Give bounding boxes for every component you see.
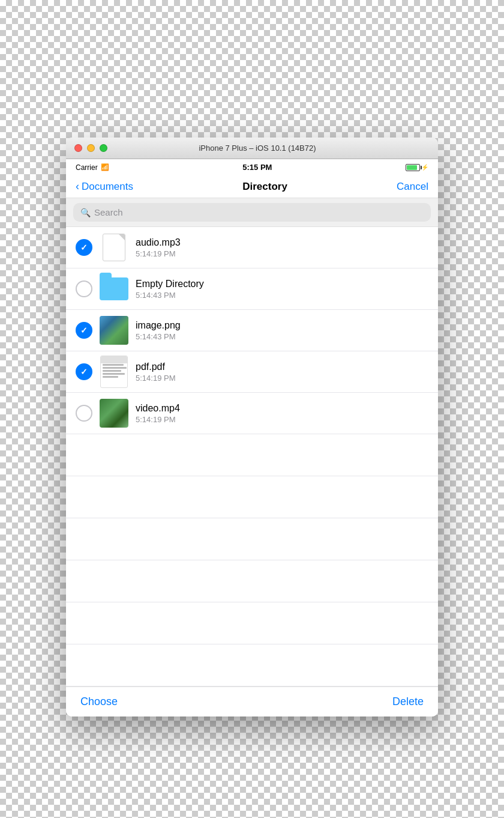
list-item[interactable]: ✓ pdf.pdf 5:14:1 (66, 351, 438, 393)
image-thumb-visual (100, 316, 128, 345)
chevron-left-icon: ‹ (76, 180, 79, 193)
video-file-icon (100, 399, 128, 428)
iphone-frame: Carrier 📶 5:15 PM ⚡ ‹ Docume (66, 159, 438, 717)
back-button[interactable]: ‹ Documents (76, 180, 133, 193)
wifi-icon: 📶 (101, 163, 109, 171)
image-file-icon (100, 316, 128, 345)
video-file-name: video.mp4 (136, 403, 428, 414)
list-item[interactable]: Empty Directory 5:14:43 PM (66, 268, 438, 310)
list-item[interactable]: video.mp4 5:14:19 PM (66, 393, 438, 434)
title-bar: iPhone 7 Plus – iOS 10.1 (14B72) (66, 138, 438, 159)
pdf-line (103, 373, 125, 375)
audio-file-icon (100, 233, 128, 262)
list-item[interactable]: ✓ audio.mp3 5:14:19 PM (66, 227, 438, 268)
audio-file-info: audio.mp3 5:14:19 PM (136, 237, 428, 258)
search-input-wrap[interactable]: 🔍 Search (73, 203, 431, 222)
folder-file-info: Empty Directory 5:14:43 PM (136, 279, 428, 300)
checkbox-audio[interactable]: ✓ (76, 239, 92, 256)
empty-row (66, 560, 438, 602)
image-file-time: 5:14:43 PM (136, 332, 428, 341)
battery-bar (406, 164, 420, 171)
carrier-label: Carrier (76, 163, 98, 172)
video-file-info: video.mp4 5:14:19 PM (136, 403, 428, 424)
pdf-file-info: pdf.pdf 5:14:19 PM (136, 362, 428, 383)
checkmark-icon: ✓ (80, 326, 88, 335)
image-file-info: image.png 5:14:43 PM (136, 320, 428, 341)
battery-fill (407, 165, 417, 170)
checkbox-pdf[interactable]: ✓ (76, 363, 92, 380)
video-file-time: 5:14:19 PM (136, 415, 428, 424)
video-thumbnail (100, 399, 128, 428)
folder-time: 5:14:43 PM (136, 291, 428, 300)
folder-icon (100, 277, 128, 300)
nav-title: Directory (242, 181, 287, 193)
bottom-toolbar: Choose Delete (66, 686, 438, 717)
empty-row (66, 434, 438, 476)
delete-button[interactable]: Delete (392, 695, 424, 708)
file-list: ✓ audio.mp3 5:14:19 PM (66, 227, 438, 686)
back-label: Documents (82, 181, 133, 193)
image-file-name: image.png (136, 320, 428, 331)
audio-file-time: 5:14:19 PM (136, 249, 428, 258)
checkbox-folder[interactable] (76, 280, 92, 297)
checkmark-icon: ✓ (80, 368, 88, 376)
folder-icon-wrap (100, 274, 128, 303)
empty-row (66, 518, 438, 560)
pdf-thumbnail (100, 356, 128, 388)
pdf-line (103, 370, 121, 372)
pdf-file-name: pdf.pdf (136, 362, 428, 372)
list-item[interactable]: ✓ image.png 5:14:43 PM (66, 310, 438, 351)
pdf-line (103, 376, 118, 378)
image-thumbnail (100, 316, 128, 345)
checkbox-image[interactable]: ✓ (76, 322, 92, 339)
bolt-icon: ⚡ (421, 164, 428, 171)
cancel-button[interactable]: Cancel (397, 181, 428, 193)
document-icon (103, 234, 125, 261)
pdf-line (103, 367, 127, 369)
mac-window: iPhone 7 Plus – iOS 10.1 (14B72) Carrier… (66, 138, 438, 717)
empty-row (66, 476, 438, 518)
time-display: 5:15 PM (242, 163, 272, 172)
search-icon: 🔍 (80, 208, 91, 217)
close-button[interactable] (74, 144, 82, 152)
pdf-file-time: 5:14:19 PM (136, 374, 428, 383)
checkbox-video[interactable] (76, 405, 92, 422)
status-right: ⚡ (406, 164, 428, 171)
pdf-line (103, 364, 124, 366)
search-bar: 🔍 Search (66, 198, 438, 227)
nav-bar: ‹ Documents Directory Cancel (66, 175, 438, 198)
pdf-header (101, 356, 127, 363)
choose-button[interactable]: Choose (80, 695, 118, 708)
checkmark-icon: ✓ (80, 243, 88, 252)
status-left: Carrier 📶 (76, 163, 109, 172)
pdf-file-icon (100, 357, 128, 386)
empty-row (66, 644, 438, 686)
search-placeholder: Search (94, 207, 123, 217)
audio-file-name: audio.mp3 (136, 237, 428, 248)
battery-indicator: ⚡ (406, 164, 428, 171)
status-bar: Carrier 📶 5:15 PM ⚡ (66, 159, 438, 175)
folder-name: Empty Directory (136, 279, 428, 289)
window-title: iPhone 7 Plus – iOS 10.1 (14B72) (85, 144, 430, 153)
empty-row (66, 602, 438, 644)
